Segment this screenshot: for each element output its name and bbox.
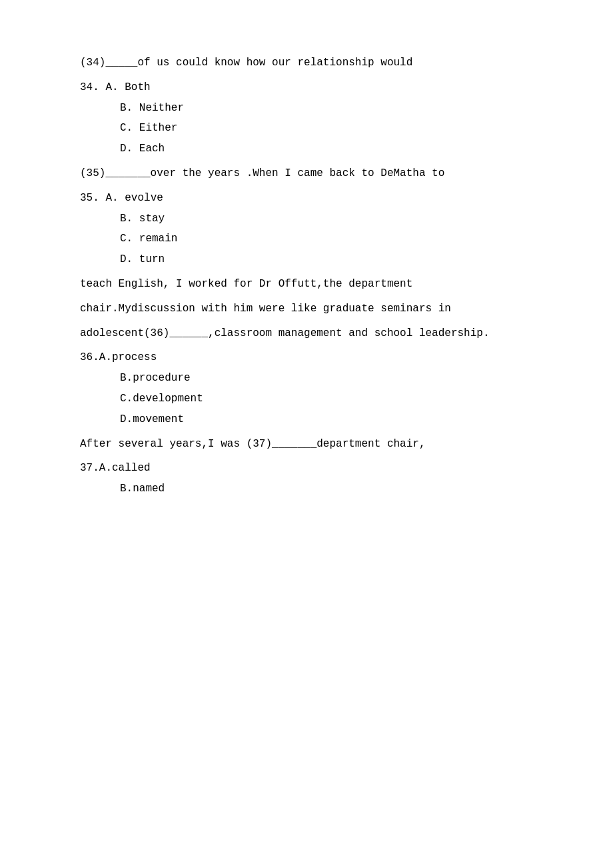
question-35-text: (35)_______over the years .When I came b… <box>80 164 553 183</box>
q34-option-c-row: C. Either <box>120 119 553 138</box>
q36-option-a: process <box>112 351 157 363</box>
q34-option-d: Each <box>139 143 165 155</box>
q36-option-b-row: B.procedure <box>120 369 553 388</box>
q36-label-d: D. <box>120 413 133 425</box>
question-35-options: 35. A. evolve B. stay C. remain D. turn <box>80 189 553 269</box>
q37-label-a: A. <box>99 462 112 474</box>
q35-option-b-row: B. stay <box>120 209 553 229</box>
q36-option-c-row: C.development <box>120 389 553 409</box>
q34-option-d-row: D. Each <box>120 139 553 159</box>
question-34-text: (34)_____of us could know how our relati… <box>80 53 553 73</box>
question-34-options: 34. A. Both B. Neither C. Either D. Each <box>80 78 553 159</box>
q35-option-b: stay <box>139 213 165 225</box>
paragraph-3: adolescent(36)______,classroom managemen… <box>80 324 553 343</box>
q34-option-c: Either <box>139 122 178 134</box>
q34-option-b-row: B. Neither <box>120 99 553 118</box>
q36-label-b: B. <box>120 372 133 384</box>
q36-option-d-row: D.movement <box>120 410 553 429</box>
q36-number: 36. <box>80 351 99 363</box>
question-36-options: 36.A.process B.procedure C.development D… <box>80 348 553 429</box>
q34-number-a: 34. A. Both <box>80 78 553 97</box>
q35-option-a: evolve <box>125 192 163 204</box>
q36-option-b: procedure <box>133 372 190 384</box>
paragraph-4: After several years,I was (37)_______dep… <box>80 435 553 454</box>
q36-label-a: A. <box>99 351 112 363</box>
q35-number: 35. <box>80 192 99 204</box>
q35-number-a: 35. A. evolve <box>80 189 553 208</box>
q34-stem: (34)_____of us could know how our relati… <box>80 53 553 73</box>
q34-option-a: Both <box>125 81 150 93</box>
q35-option-c: remain <box>139 233 178 245</box>
q35-label-d: D. <box>120 253 133 265</box>
q37-label-b: B. <box>120 483 133 495</box>
q35-option-d-row: D. turn <box>120 250 553 269</box>
q35-option-c-row: C. remain <box>120 229 553 249</box>
q36-label-c: C. <box>120 393 133 405</box>
q36-option-d: movement <box>133 413 184 425</box>
q35-stem: (35)_______over the years .When I came b… <box>80 164 553 183</box>
q34-option-b: Neither <box>139 102 184 114</box>
q34-label-b: B. <box>120 102 133 114</box>
q36-option-c: development <box>133 393 203 405</box>
question-37-options: 37.A.called B.named <box>80 459 553 499</box>
q34-number: 34. <box>80 81 99 93</box>
q34-label-d: D. <box>120 143 133 155</box>
q37-number-a: 37.A.called <box>80 459 553 478</box>
q35-label-a: A. <box>105 192 118 204</box>
q34-label-c: C. <box>120 122 133 134</box>
paragraph-1: teach English, I worked for Dr Offutt,th… <box>80 275 553 294</box>
q35-option-d: turn <box>139 253 165 265</box>
q37-option-b: named <box>133 483 165 495</box>
page-content: (34)_____of us could know how our relati… <box>80 53 553 499</box>
q35-label-c: C. <box>120 233 133 245</box>
q37-option-a: called <box>112 462 151 474</box>
q37-number: 37. <box>80 462 99 474</box>
q35-label-b: B. <box>120 213 133 225</box>
q34-label-a: A. <box>105 81 118 93</box>
q37-option-b-row: B.named <box>120 479 553 499</box>
paragraph-2: chair.Mydiscussion with him were like gr… <box>80 299 553 319</box>
q36-number-a: 36.A.process <box>80 348 553 367</box>
